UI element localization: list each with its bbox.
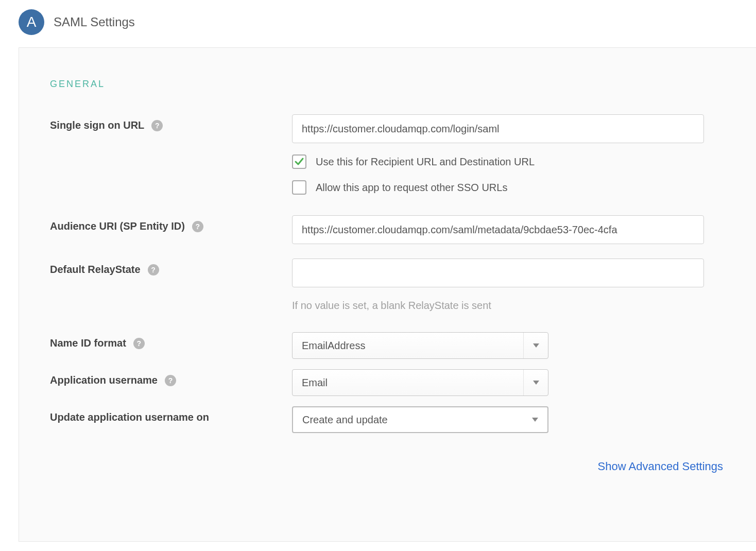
label-app-username: Application username xyxy=(50,374,158,386)
help-icon[interactable]: ? xyxy=(165,375,176,386)
settings-panel: General Single sign on URL ? Use this fo… xyxy=(19,47,756,542)
page-header: A SAML Settings xyxy=(0,0,756,47)
checkbox-allow-other-sso-label: Allow this app to request other SSO URLs xyxy=(316,182,507,194)
input-sso-url[interactable] xyxy=(292,114,704,143)
select-app-username-value: Email xyxy=(302,377,328,389)
label-sso-url: Single sign on URL xyxy=(50,119,144,131)
chevron-down-icon xyxy=(523,407,547,432)
checkbox-allow-other-sso[interactable] xyxy=(292,180,306,195)
section-title-general: General xyxy=(50,79,725,90)
label-update-on: Update application username on xyxy=(50,411,209,423)
row-name-id-format: Name ID format ? EmailAddress xyxy=(50,332,725,359)
row-audience-uri: Audience URI (SP Entity ID) ? xyxy=(50,215,725,244)
label-relay-state: Default RelayState xyxy=(50,264,141,276)
checkmark-icon xyxy=(294,157,304,167)
help-icon[interactable]: ? xyxy=(192,221,203,232)
app-badge-letter: A xyxy=(27,14,37,30)
help-icon[interactable]: ? xyxy=(151,120,163,131)
checkbox-recipient-url-label: Use this for Recipient URL and Destinati… xyxy=(316,156,535,168)
hint-relay-state: If no value is set, a blank RelayState i… xyxy=(292,300,725,312)
label-name-id-format: Name ID format xyxy=(50,337,126,349)
row-sso-url: Single sign on URL ? Use this for Recipi… xyxy=(50,114,725,195)
show-advanced-settings-link[interactable]: Show Advanced Settings xyxy=(598,460,723,473)
select-name-id-format[interactable]: EmailAddress xyxy=(292,332,548,359)
select-app-username[interactable]: Email xyxy=(292,369,548,396)
label-audience-uri: Audience URI (SP Entity ID) xyxy=(50,220,185,232)
select-update-on[interactable]: Create and update xyxy=(292,406,548,433)
page-title: SAML Settings xyxy=(54,15,135,29)
chevron-down-icon xyxy=(523,333,548,358)
help-icon[interactable]: ? xyxy=(148,264,159,276)
row-app-username: Application username ? Email xyxy=(50,369,725,396)
select-name-id-format-value: EmailAddress xyxy=(302,340,365,352)
row-update-on: Update application username on Create an… xyxy=(50,406,725,433)
input-relay-state[interactable] xyxy=(292,259,704,287)
chevron-down-icon xyxy=(523,370,548,395)
app-badge: A xyxy=(19,9,44,35)
help-icon[interactable]: ? xyxy=(133,338,145,349)
select-update-on-value: Create and update xyxy=(302,414,388,426)
input-audience-uri[interactable] xyxy=(292,215,704,244)
row-relay-state: Default RelayState ? If no value is set,… xyxy=(50,259,725,312)
checkbox-recipient-url[interactable] xyxy=(292,154,306,169)
